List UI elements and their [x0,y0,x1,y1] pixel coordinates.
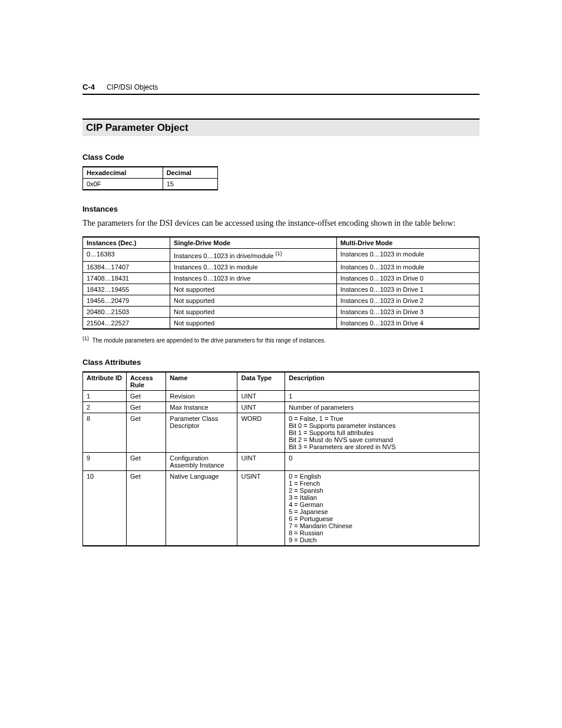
table-row: 19456…20479Not supportedInstances 0…1023… [83,295,480,306]
table-row: 21504…22527Not supportedInstances 0…1023… [83,317,480,329]
cell-single-drive: Instances 0…1023 in drive/module (1) [170,248,337,261]
cell-multi-drive: Instances 0…1023 in Drive 2 [336,295,479,306]
subsection-class-attributes: Class Attributes [82,358,480,367]
cell-attr-id: 10 [83,470,127,546]
th-access-rule: Access Rule [127,372,166,391]
cell-description: 0 [285,452,480,470]
cell-access-rule: Get [127,401,166,413]
cell-single-drive: Not supported [170,317,337,329]
cell-name: Configuration Assembly Instance [166,452,237,470]
chapter-title: CIP/DSI Objects [107,83,158,91]
cell-single-drive: Not supported [170,306,337,317]
table-row: 8GetParameter Class DescriptorWORD0 = Fa… [83,413,480,452]
page-header: C-4 CIP/DSI Objects [82,83,480,95]
cell-description: 0 = English1 = French2 = Spanish3 = Ital… [285,470,480,546]
cell-attr-id: 2 [83,401,127,413]
cell-data-type: UINT [237,390,285,401]
subsection-instances: Instances [82,205,480,213]
table-class-attributes: Attribute ID Access Rule Name Data Type … [82,371,480,546]
th-data-type: Data Type [237,372,285,391]
cell-instances-dec: 21504…22527 [83,317,170,329]
table-row: 16384…17407Instances 0…1023 in moduleIns… [83,261,480,272]
table-row: 1GetRevisionUINT1 [83,390,480,401]
cell-name: Parameter Class Descriptor [166,413,237,452]
th-attr-id: Attribute ID [83,372,127,391]
cell-instances-dec: 18432…19455 [83,284,170,295]
footnote-marker: (1) [82,335,89,341]
cell-multi-drive: Instances 0…1023 in Drive 3 [336,306,479,317]
page-number: C-4 [82,83,95,91]
cell-instances-dec: 20480…21503 [83,306,170,317]
footnote-text: The module parameters are appended to th… [92,337,325,344]
cell-data-type: UINT [237,401,285,413]
cell-description: Number of parameters [285,401,480,413]
subsection-class-code: Class Code [82,153,480,162]
cell-attr-id: 9 [83,452,127,470]
cell-single-drive: Not supported [170,284,337,295]
cell-dec: 15 [163,179,217,190]
th-single-drive: Single-Drive Mode [170,237,337,249]
cell-access-rule: Get [127,452,166,470]
cell-hex: 0x0F [83,179,163,190]
table-row: 9GetConfiguration Assembly InstanceUINT0 [83,452,480,470]
th-instances-dec: Instances (Dec.) [83,237,170,249]
cell-access-rule: Get [127,413,166,452]
cell-data-type: WORD [237,413,285,452]
th-multi-drive: Multi-Drive Mode [336,237,479,249]
th-decimal: Decimal [163,167,217,179]
cell-name: Max Instance [166,401,237,413]
footnote-ref: (1) [275,251,282,256]
cell-description: 1 [285,390,480,401]
instances-footnote: (1) The module parameters are appended t… [82,335,480,344]
cell-single-drive: Instances 0…1023 in drive [170,272,337,284]
cell-multi-drive: Instances 0…1023 in Drive 0 [336,272,479,284]
cell-name: Native Language [166,470,237,546]
cell-single-drive: Not supported [170,295,337,306]
table-row: 0x0F 15 [83,179,218,190]
table-instances: Instances (Dec.) Single-Drive Mode Multi… [82,236,480,330]
cell-instances-dec: 17408…18431 [83,272,170,284]
table-class-code: Hexadecimal Decimal 0x0F 15 [82,166,218,190]
cell-data-type: USINT [237,470,285,546]
th-name: Name [166,372,237,391]
cell-instances-dec: 0…16383 [83,248,170,261]
instances-body-text: The parameters for the DSI devices can b… [82,218,480,229]
cell-multi-drive: Instances 0…1023 in Drive 1 [336,284,479,295]
cell-attr-id: 1 [83,390,127,401]
cell-access-rule: Get [127,470,166,546]
th-description: Description [285,372,480,391]
cell-access-rule: Get [127,390,166,401]
section-title: CIP Parameter Object [82,118,480,136]
table-row: 17408…18431Instances 0…1023 in driveInst… [83,272,480,284]
cell-instances-dec: 16384…17407 [83,261,170,272]
cell-multi-drive: Instances 0…1023 in module [336,248,479,261]
cell-multi-drive: Instances 0…1023 in module [336,261,479,272]
cell-attr-id: 8 [83,413,127,452]
table-row: 0…16383Instances 0…1023 in drive/module … [83,248,480,261]
cell-multi-drive: Instances 0…1023 in Drive 4 [336,317,479,329]
table-row: 10GetNative LanguageUSINT0 = English1 = … [83,470,480,546]
table-row: 18432…19455Not supportedInstances 0…1023… [83,284,480,295]
cell-instances-dec: 19456…20479 [83,295,170,306]
cell-name: Revision [166,390,237,401]
th-hexadecimal: Hexadecimal [83,167,163,179]
cell-single-drive: Instances 0…1023 in module [170,261,337,272]
table-row: 20480…21503Not supportedInstances 0…1023… [83,306,480,317]
table-row: 2GetMax InstanceUINTNumber of parameters [83,401,480,413]
cell-data-type: UINT [237,452,285,470]
cell-description: 0 = False, 1 = TrueBit 0 = Supports para… [285,413,480,452]
